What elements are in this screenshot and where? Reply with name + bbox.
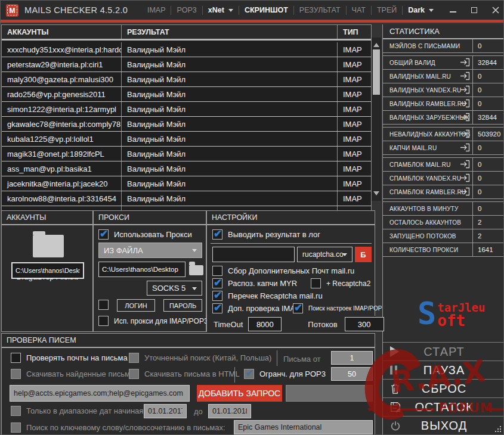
imap-pop-search-checkbox[interactable]	[293, 303, 303, 313]
proxy-file-path-input[interactable]	[98, 262, 185, 277]
captcha-key-input[interactable]	[212, 247, 295, 262]
proxy-source-select[interactable]: ИЗ ФАЙЛА	[98, 243, 202, 258]
pause-button[interactable]: ПАУЗА	[383, 361, 504, 380]
export-icon[interactable]	[460, 58, 470, 67]
close-button[interactable]	[491, 6, 500, 14]
table-row[interactable]: gkawalec78@interia.pl:comply78Валидный М…	[2, 117, 371, 132]
table-row[interactable]: peterstaw29@interia.pl:ciri1Валидный Мэй…	[2, 57, 371, 72]
column-header-type[interactable]: ТИП	[338, 25, 370, 39]
menu-imap[interactable]: IMAP	[142, 6, 171, 14]
scrollbar-thumb[interactable]	[373, 49, 380, 95]
table-row[interactable]: ass_man@vp.pl:basika1Валидный МэйлIMAP	[2, 161, 371, 176]
myr-captcha-checkbox[interactable]	[212, 278, 222, 288]
pop3-limit-input[interactable]	[331, 367, 373, 381]
captcha-service-select[interactable]: rucaptcha.co	[297, 247, 353, 262]
export-icon[interactable]	[460, 129, 470, 138]
date-from-input[interactable]	[144, 404, 187, 418]
imap-check-checkbox[interactable]	[212, 303, 222, 313]
date-range-checkbox-row[interactable]: Только в диапазоне дат начиная с	[11, 406, 150, 416]
refined-search-checkbox-row[interactable]: Уточненный поиск (Китай, Польша)	[129, 353, 271, 363]
table-row[interactable]: karolnow88@interia.pl:3316454Валидный Мэ…	[2, 191, 371, 206]
myr-captcha-checkbox-row[interactable]: Распоз. капчи MYR	[212, 278, 297, 288]
menu-screenshot[interactable]: СКРИНШОТ	[239, 6, 293, 14]
export-icon[interactable]	[460, 85, 470, 94]
recaptcha-mailru-checkbox-row[interactable]: Перечек Recaptcha mail.ru	[212, 291, 323, 301]
menu-tray[interactable]: ТРЕЙ	[372, 6, 402, 14]
menu-pop3[interactable]: POP3	[171, 6, 202, 14]
table-row[interactable]: rado256@vp.pl:genesis2011Валидный МэйлIM…	[2, 87, 371, 102]
download-found-checkbox[interactable]	[11, 369, 21, 379]
menu-result[interactable]: РЕЗУЛЬТАТ	[294, 6, 346, 14]
keyword-input[interactable]	[234, 420, 373, 434]
imap-pop-search-checkbox-row[interactable]: Поиск настроек IMAP/POP	[293, 303, 382, 313]
menu-chat[interactable]: ЧАТ	[347, 6, 371, 14]
collect-extra-checkbox[interactable]	[212, 266, 222, 276]
table-row[interactable]: kubala1225@vp.pl:lollol1Валидный МэйлIMA…	[2, 132, 371, 147]
start-button[interactable]: СТАРТ	[383, 343, 504, 361]
browse-folder-icon[interactable]	[189, 265, 203, 275]
scroll-up-icon[interactable]	[373, 40, 379, 47]
accounts-file-path-input[interactable]	[11, 262, 84, 279]
column-header-accounts[interactable]: АККАУНТЫ	[2, 25, 122, 39]
column-header-result[interactable]: РЕЗУЛЬТАТ	[122, 25, 338, 39]
keyword-checkbox-row[interactable]: Поиск по ключевому слову/словосочетанию …	[11, 422, 225, 433]
use-proxy-checkbox[interactable]	[98, 229, 109, 240]
export-icon[interactable]	[460, 113, 470, 122]
keyword-checkbox[interactable]	[11, 422, 21, 433]
proxy-type-select[interactable]: SOCKS 5	[147, 281, 202, 296]
refined-search-checkbox[interactable]	[129, 353, 139, 363]
table-row[interactable]: jaceknitka@interia.pl:jacek20Валидный Мэ…	[2, 176, 371, 191]
balance-button[interactable]: Б	[355, 247, 372, 262]
export-icon[interactable]	[460, 72, 470, 80]
collect-extra-checkbox-row[interactable]: Сбор Дополнительных Почт mail.ru	[212, 266, 354, 276]
date-range-checkbox[interactable]	[11, 406, 21, 416]
recaptcha2-checkbox-row[interactable]: + Recaptcha2	[311, 278, 370, 288]
pop3-limit-checkbox-row[interactable]: Огранч. для POP3	[244, 369, 326, 379]
log-results-checkbox[interactable]	[212, 229, 222, 240]
threads-input[interactable]	[345, 317, 384, 331]
menu-theme-dropdown[interactable]: Dark	[403, 6, 439, 14]
table-scrollbar[interactable]	[372, 38, 381, 201]
log-results-checkbox-row[interactable]: Выводить результат в лог	[212, 229, 320, 240]
query-input[interactable]	[10, 385, 190, 402]
download-found-checkbox-row[interactable]: Скачивать найденные письма	[11, 369, 134, 379]
login-button[interactable]: ЛОГИН	[117, 299, 155, 312]
table-row[interactable]: xxxchudy351xxx@interia.pl:hardcore1Валид…	[2, 42, 371, 57]
reset-button[interactable]: СБРОС	[383, 380, 504, 398]
remainder-button[interactable]: ОСТАТОК	[383, 398, 504, 417]
use-proxy-checkbox-row[interactable]: Использовать Прокси	[98, 229, 192, 240]
check-mails-checkbox-row[interactable]: Проверять почты на письма	[11, 353, 128, 363]
letters-from-input[interactable]	[331, 351, 373, 365]
proxy-auth-checkbox[interactable]	[98, 300, 109, 310]
folder-icon[interactable]	[33, 235, 64, 257]
export-icon[interactable]	[460, 173, 470, 182]
recaptcha-mailru-checkbox[interactable]	[212, 291, 222, 301]
minimize-button[interactable]	[449, 6, 457, 14]
query-extra-box[interactable]	[286, 385, 373, 402]
export-icon[interactable]	[460, 160, 470, 169]
timeout-input[interactable]	[248, 317, 282, 331]
export-icon[interactable]	[460, 187, 470, 196]
password-button[interactable]: ПАРОЛЬ	[163, 299, 202, 312]
maximize-button[interactable]	[470, 6, 478, 14]
table-row[interactable]: maly300@gazeta.pl:malusi300Валидный Мэйл…	[2, 72, 371, 87]
proxy-imap-checkbox[interactable]	[98, 316, 109, 326]
check-mails-checkbox[interactable]	[11, 353, 21, 363]
proxy-imap-checkbox-row[interactable]: Исп. прокси для IMAP/POP3	[98, 316, 208, 326]
table-row[interactable]: simon1222@interia.pl:12armyplВалидный Мэ…	[2, 102, 371, 117]
scroll-down-icon[interactable]	[373, 191, 379, 198]
recaptcha2-checkbox[interactable]	[311, 278, 321, 288]
exit-button[interactable]: ВЫХОД	[383, 417, 504, 435]
date-to-input[interactable]	[208, 404, 251, 418]
pop3-limit-checkbox[interactable]	[244, 369, 254, 379]
download-html-checkbox-row[interactable]: Скачивать письма в HTML	[129, 369, 240, 379]
menu-xnet-dropdown[interactable]: xNet	[203, 6, 239, 14]
add-query-button[interactable]: ДОБАВИТЬ ЗАПРОС	[197, 385, 282, 402]
export-icon[interactable]	[460, 99, 470, 108]
resize-grip[interactable]	[494, 425, 501, 432]
download-html-checkbox[interactable]	[129, 369, 139, 379]
export-icon[interactable]	[460, 143, 470, 152]
table-row[interactable]: magik31@onet.pl:1892lfcPLВалидный МэйлIM…	[2, 147, 371, 161]
imap-check-checkbox-row[interactable]: Доп. проверка IMAP	[212, 303, 301, 313]
proxy-auth-checkbox-row[interactable]	[98, 300, 109, 310]
